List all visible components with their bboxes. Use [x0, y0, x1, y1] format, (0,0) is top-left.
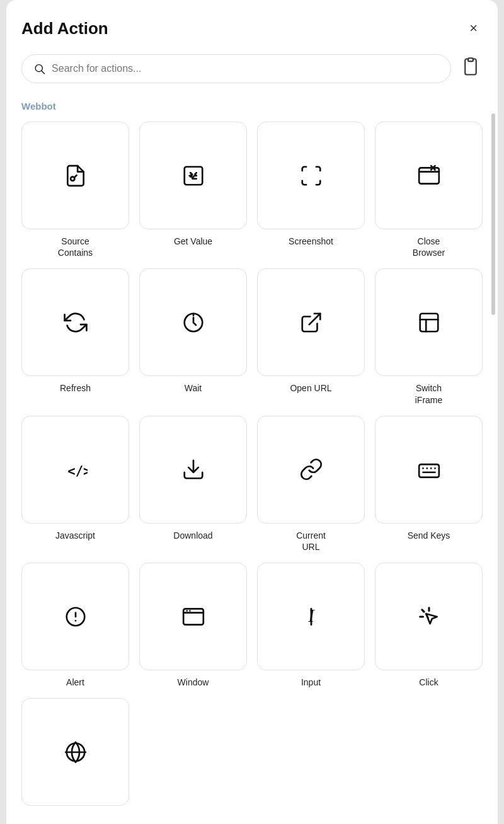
action-label-input: Input [301, 677, 321, 688]
action-card-current-url[interactable] [257, 416, 365, 524]
close-browser-icon [417, 164, 441, 188]
wait-icon [181, 311, 205, 335]
action-item-refresh[interactable]: Refresh [21, 268, 129, 405]
open-url-icon [299, 311, 323, 335]
action-item-download[interactable]: Download [139, 416, 247, 552]
action-card-download[interactable] [139, 416, 247, 524]
action-label-close-browser: CloseBrowser [413, 236, 445, 258]
action-item-current-url[interactable]: CurrentURL [257, 416, 365, 552]
switch-iframe-icon [417, 311, 441, 335]
panel-header: Add Action × [21, 18, 483, 39]
action-label-open-url: Open URL [290, 382, 331, 394]
action-item-send-keys[interactable]: Send Keys [375, 416, 483, 552]
action-item-switch-iframe[interactable]: SwitchiFrame [375, 268, 483, 405]
globe-icon [64, 740, 88, 764]
action-item-click[interactable]: Click [375, 563, 483, 688]
clipboard-button[interactable] [459, 55, 483, 83]
action-item-window[interactable]: Window [139, 563, 247, 688]
action-card-source-contains[interactable] [21, 122, 129, 229]
action-label-window: Window [178, 677, 209, 688]
action-label-screenshot: Screenshot [289, 236, 333, 247]
svg-line-12 [309, 314, 319, 324]
alert-icon [64, 605, 88, 629]
search-icon [33, 62, 45, 75]
svg-line-1 [42, 71, 44, 74]
action-item-close-browser[interactable]: CloseBrowser [375, 122, 483, 258]
action-card-screenshot[interactable] [257, 122, 365, 229]
action-card-open-url[interactable] [257, 268, 365, 376]
refresh-icon [64, 311, 88, 335]
search-input[interactable] [52, 63, 439, 74]
svg-line-25 [421, 610, 423, 612]
action-item-open-url[interactable]: Open URL [257, 268, 365, 405]
screenshot-icon [299, 164, 323, 188]
get-value-icon [181, 164, 205, 188]
search-row [21, 54, 483, 83]
action-label-send-keys: Send Keys [408, 530, 450, 541]
action-card-alert[interactable] [21, 563, 129, 670]
action-label-click: Click [419, 677, 438, 688]
send-keys-icon [417, 457, 441, 481]
action-card-window[interactable] [139, 563, 247, 670]
section-label: Webbot [21, 101, 483, 112]
action-card-click[interactable] [375, 563, 483, 670]
action-card-wait[interactable] [139, 268, 247, 376]
action-card-send-keys[interactable] [375, 416, 483, 524]
action-label-source-contains: SourceContains [58, 236, 93, 258]
close-button[interactable]: × [464, 18, 483, 39]
action-card-switch-iframe[interactable] [375, 268, 483, 376]
svg-text:</>: </> [67, 464, 88, 479]
action-item-globe[interactable] [21, 698, 129, 812]
panel-title: Add Action [21, 19, 108, 38]
action-card-get-value[interactable] [139, 122, 247, 229]
action-card-globe[interactable] [21, 698, 129, 806]
add-action-panel: Add Action × Webbot [6, 0, 498, 824]
action-item-wait[interactable]: Wait [139, 268, 247, 405]
clipboard-icon [461, 57, 480, 76]
action-label-current-url: CurrentURL [296, 530, 326, 552]
action-label-wait: Wait [185, 382, 202, 394]
svg-rect-7 [419, 168, 439, 183]
search-box [21, 54, 451, 83]
source-contains-icon [64, 164, 88, 188]
click-icon [417, 605, 441, 629]
action-label-download: Download [173, 530, 212, 541]
svg-point-22 [189, 610, 191, 612]
actions-grid: SourceContains Get Value [21, 122, 483, 812]
current-url-icon [299, 457, 323, 481]
svg-rect-16 [419, 464, 439, 478]
action-label-alert: Alert [66, 677, 84, 688]
action-card-refresh[interactable] [21, 268, 129, 376]
action-label-get-value: Get Value [174, 236, 212, 247]
input-icon: I [299, 605, 323, 629]
action-item-alert[interactable]: Alert [21, 563, 129, 688]
action-card-javascript[interactable]: </> [21, 416, 129, 524]
action-item-input[interactable]: I Input [257, 563, 365, 688]
javascript-icon: </> [64, 457, 88, 481]
svg-rect-3 [468, 58, 473, 61]
action-item-get-value[interactable]: Get Value [139, 122, 247, 258]
svg-point-21 [186, 610, 188, 612]
download-icon [181, 457, 205, 481]
action-label-switch-iframe: SwitchiFrame [415, 382, 443, 405]
action-label-javascript: Javascript [55, 530, 95, 541]
action-item-source-contains[interactable]: SourceContains [21, 122, 129, 258]
scrollbar[interactable] [491, 113, 495, 315]
action-card-input[interactable]: I [257, 563, 365, 670]
svg-rect-13 [420, 314, 438, 332]
window-icon [181, 605, 205, 629]
action-item-javascript[interactable]: </> Javascript [21, 416, 129, 552]
action-card-close-browser[interactable] [375, 122, 483, 229]
action-label-refresh: Refresh [60, 382, 91, 394]
action-item-screenshot[interactable]: Screenshot [257, 122, 365, 258]
